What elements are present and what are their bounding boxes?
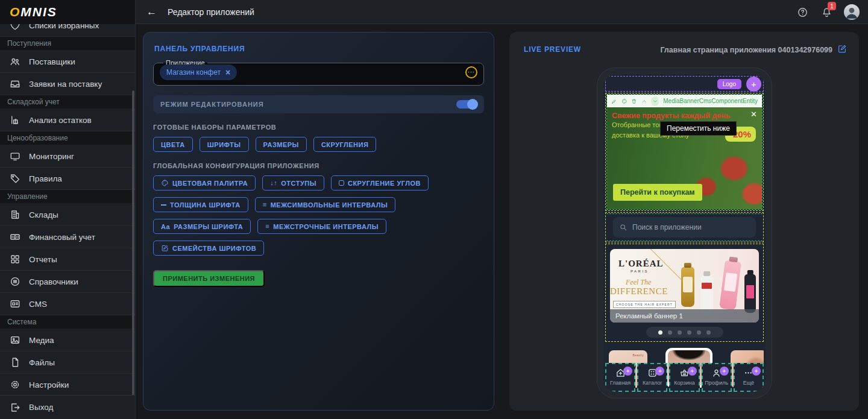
trash-icon[interactable] — [631, 98, 637, 105]
preset-colors-button[interactable]: ЦВЕТА — [153, 137, 193, 152]
sidebar-item-label: Анализ остатков — [29, 116, 92, 125]
nav-item-cart[interactable]: Корзина + — [669, 363, 699, 392]
presets-title: ГОТОВЫЕ НАБОРЫ ПАРАМЕТРОВ — [153, 124, 484, 131]
sidebar-scrollbar[interactable] — [132, 90, 134, 395]
control-panel: ПАНЕЛЬ УПРАВЛЕНИЯ Приложение Магазин кон… — [143, 32, 494, 411]
sidebar-item-supply-requests[interactable]: Заявки на поставку — [0, 73, 135, 95]
close-icon[interactable]: ✕ — [750, 110, 757, 119]
sidebar-item-label: Склады — [29, 210, 58, 219]
dash-icon — [161, 204, 166, 206]
app-root: OMNIS Списки избранных Поступления Поста… — [0, 0, 868, 419]
nav-item-catalog[interactable]: Каталог + — [637, 363, 667, 392]
config-font-family-button[interactable]: СЕМЕЙСТВА ШРИФТОВ — [153, 241, 264, 256]
sidebar-item-stock-analysis[interactable]: Анализ остатков — [0, 109, 135, 131]
sidebar-item-label: Финансовый учет — [29, 233, 95, 242]
sidebar-item-media[interactable]: Медиа — [0, 329, 135, 351]
sidebar-item-files[interactable]: Файлы — [0, 351, 135, 374]
spacing-arrows-icon: ↓↑ — [270, 180, 277, 186]
palette-icon — [161, 179, 169, 187]
page-edit-button[interactable] — [837, 44, 847, 54]
brand-logo[interactable]: OMNIS — [0, 0, 135, 24]
config-font-weight-button[interactable]: ТОЛЩИНА ШРИФТА — [153, 197, 248, 212]
chip-remove-icon[interactable]: × — [225, 68, 230, 77]
bar-chart-icon — [10, 115, 20, 125]
carousel-dot[interactable] — [668, 330, 672, 335]
preset-roundings-button[interactable]: СКРУГЛЕНИЯ — [313, 137, 376, 152]
ad-banner-caption: Рекламный баннер 1 — [610, 309, 759, 323]
carousel-dot[interactable] — [658, 330, 662, 335]
carousel-dot[interactable] — [697, 330, 701, 335]
nav-add-button[interactable]: + — [623, 367, 632, 376]
config-line-height-button[interactable]: ≡ МЕЖСТРОЧНЫЕ ИНТЕРВАЛЫ — [257, 219, 386, 234]
avatar[interactable] — [844, 4, 860, 20]
nav-add-button[interactable]: + — [688, 367, 697, 376]
sidebar-item-favorites-lists[interactable]: Списки избранных — [0, 24, 135, 37]
chevron-down-icon — [652, 98, 658, 104]
page-title: Редактор приложений — [168, 7, 254, 17]
sidebar-item-warehouses[interactable]: Склады — [0, 204, 135, 226]
people-icon — [10, 56, 20, 67]
apply-changes-button[interactable]: ПРИМЕНИТЬ ИЗМЕНЕНИЯ — [153, 270, 265, 287]
nav-item-more[interactable]: Ещё + — [734, 363, 764, 392]
sidebar-item-monitoring[interactable]: Мониторинг — [0, 145, 135, 168]
config-spacing-button[interactable]: ↓↑ ОТСТУПЫ — [262, 175, 324, 191]
edit-mode-toggle[interactable] — [456, 100, 477, 109]
notifications-button[interactable]: 1 — [820, 5, 833, 19]
search-placeholder: Поиск в приложении — [632, 223, 702, 232]
sidebar-item-logout[interactable]: Выход — [0, 395, 135, 419]
help-button[interactable] — [796, 5, 809, 19]
letter-spacing-icon: ≡ — [263, 201, 267, 208]
nav-add-button[interactable]: + — [752, 367, 761, 376]
media-banner-component[interactable]: MediaBannerCmsComponentEntity Свежие про… — [605, 93, 764, 211]
sidebar-item-finance[interactable]: Финансовый учет — [0, 226, 135, 248]
phone-screen: Logo + MediaBannerCmsComponentEntity — [603, 74, 766, 392]
chevron-up-icon[interactable] — [641, 98, 647, 105]
sidebar-item-settings[interactable]: Настройки — [0, 374, 135, 395]
app-header-zone[interactable]: Logo + — [605, 76, 764, 92]
search-input[interactable]: Поиск в приложении — [613, 217, 756, 238]
add-component-button[interactable]: + — [746, 77, 761, 92]
component-entity-name: MediaBannerCmsComponentEntity — [663, 98, 758, 104]
sidebar-item-rules[interactable]: Правила — [0, 168, 135, 190]
sidebar-item-cms[interactable]: CMS — [0, 293, 135, 315]
ad-banner[interactable]: L'ORÉAL PARIS Feel The DIFFERENCE CHOOSE… — [610, 249, 759, 323]
nav-item-home[interactable]: Главная + — [605, 363, 635, 392]
brand-logo-text: OMNIS — [10, 5, 57, 19]
product-bottle — [681, 267, 694, 307]
nav-item-profile[interactable]: Профиль + — [702, 363, 732, 392]
ad-tagline-italic: Feel The — [626, 278, 651, 287]
field-more-button[interactable]: ··· — [465, 66, 477, 78]
control-panel-title: ПАНЕЛЬ УПРАВЛЕНИЯ — [154, 45, 484, 53]
sidebar-section-pricing: Ценообразование — [0, 131, 135, 145]
ad-tagline-caps: DIFFERENCE — [610, 286, 668, 297]
sidebar-item-suppliers[interactable]: Поставщики — [0, 51, 135, 73]
sidebar-scroll-area: Списки избранных Поступления Поставщики … — [0, 24, 135, 395]
config-letter-spacing-button[interactable]: ≡ МЕЖСИМВОЛЬНЫЕ ИНТЕРВАЛЫ — [255, 197, 396, 212]
sidebar-item-directories[interactable]: Справочники — [0, 271, 135, 293]
sidebar-item-reports[interactable]: Отчеты — [0, 248, 135, 271]
gear-icon — [10, 379, 20, 390]
palette-icon[interactable] — [621, 98, 627, 105]
application-field[interactable]: Приложение Магазин конфет × ··· — [153, 59, 484, 86]
carousel-dot[interactable] — [687, 330, 691, 335]
sidebar-item-label: Поставщики — [29, 57, 75, 66]
pencil-icon[interactable] — [611, 98, 617, 105]
carousel-dot[interactable] — [706, 330, 711, 335]
bottom-nav: Главная + Каталог + Корзина + — [605, 363, 764, 392]
config-font-size-button[interactable]: Аа РАЗМЕРЫ ШРИФТА — [153, 219, 251, 234]
config-corner-radius-button[interactable]: СКРУГЛЕНИЕ УГЛОВ — [331, 175, 429, 191]
nav-add-button[interactable]: + — [655, 367, 664, 376]
preset-sizes-button[interactable]: РАЗМЕРЫ — [256, 137, 307, 152]
preset-fonts-button[interactable]: ШРИФТЫ — [200, 137, 249, 152]
carousel-dot[interactable] — [678, 330, 682, 335]
config-color-palette-button[interactable]: ЦВЕТОВАЯ ПАЛИТРА — [153, 175, 256, 191]
banner-cta-button[interactable]: Перейти к покупкам — [613, 184, 702, 201]
logo-chip[interactable]: Logo — [717, 79, 741, 89]
sidebar-item-label: Заявки на поставку — [29, 80, 102, 89]
nav-add-button[interactable]: + — [720, 367, 729, 376]
application-chip[interactable]: Магазин конфет × — [160, 65, 237, 80]
move-down-button[interactable] — [651, 96, 659, 106]
back-arrow-icon[interactable]: ← — [146, 6, 157, 18]
move-down-tooltip: Переместить ниже — [660, 121, 737, 136]
sidebar-item-label: Настройки — [29, 380, 69, 389]
